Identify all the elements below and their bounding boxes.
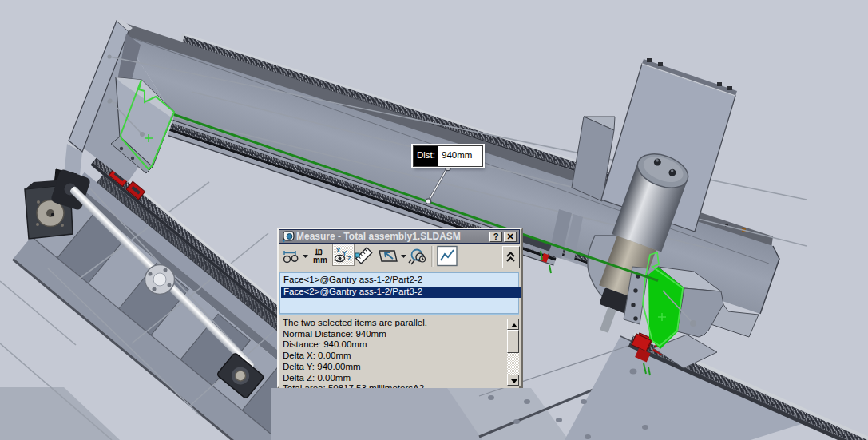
svg-text:x: x [336, 245, 341, 254]
svg-text:mm: mm [313, 256, 327, 264]
svg-text:z: z [347, 253, 351, 262]
